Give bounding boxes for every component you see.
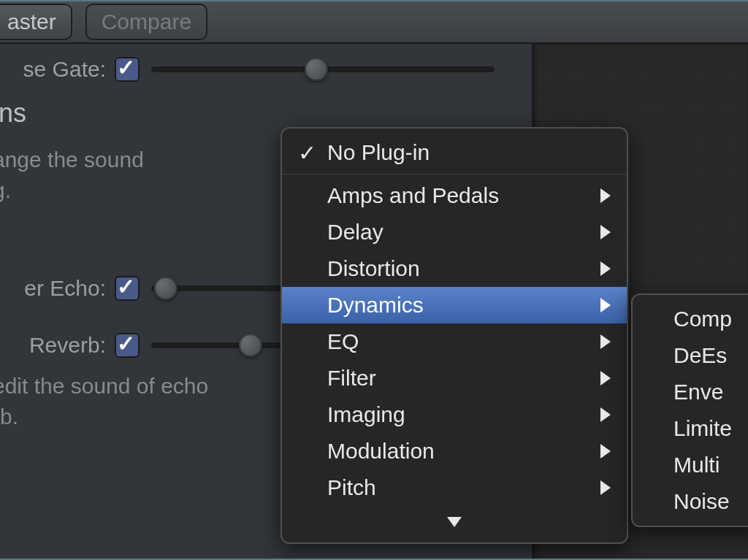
arrow-right-icon — [600, 334, 611, 349]
menu-item-eq[interactable]: EQ — [282, 323, 627, 360]
slider-thumb[interactable] — [154, 277, 178, 300]
menu-item-label: Amps and Pedals — [327, 183, 499, 208]
arrow-right-icon — [600, 298, 611, 312]
submenu-item-label: DeEs — [673, 343, 727, 368]
menu-item-imaging[interactable]: Imaging — [282, 396, 627, 433]
submenu-item[interactable]: Limite — [633, 410, 748, 447]
reverb-label: Reverb: — [0, 333, 106, 358]
submenu-item[interactable]: Noise — [633, 483, 748, 520]
menu-item-label: EQ — [327, 329, 359, 354]
menu-item-label: No Plug-in — [327, 140, 430, 165]
echo-checkbox[interactable] — [115, 276, 140, 301]
menu-item-no-plugin[interactable]: No Plug-in — [282, 134, 627, 174]
toolbar: aster Compare — [0, 1, 748, 44]
arrow-right-icon — [600, 261, 611, 276]
menu-item-filter[interactable]: Filter — [282, 360, 627, 396]
menu-item-modulation[interactable]: Modulation — [282, 433, 627, 469]
menu-item-label: Modulation — [327, 439, 435, 464]
echo-label: er Echo: — [0, 276, 106, 301]
menu-item-label: Imaging — [327, 402, 405, 427]
submenu-item-label: Enve — [673, 380, 723, 404]
slider-thumb[interactable] — [305, 58, 328, 81]
section-title: ins — [0, 98, 748, 129]
submenu-item-label: Multi — [673, 453, 720, 477]
submenu-item-label: Noise — [673, 489, 730, 514]
menu-item-label: Distortion — [327, 256, 420, 281]
submenu-item[interactable]: Multi — [633, 447, 748, 483]
submenu-item-label: Comp — [673, 307, 732, 331]
arrow-right-icon — [600, 371, 611, 386]
menu-item-distortion[interactable]: Distortion — [282, 250, 627, 287]
noise-gate-checkbox[interactable] — [115, 57, 140, 82]
submenu-item[interactable]: Enve — [633, 374, 748, 410]
noise-gate-label: se Gate: — [0, 57, 106, 82]
desc-line: ange the sound — [0, 147, 144, 172]
menu-item-amps-and-pedals[interactable]: Amps and Pedals — [282, 177, 627, 214]
menu-item-label: Pitch — [327, 475, 376, 500]
arrow-right-icon — [600, 480, 611, 495]
submenu-item-label: Limite — [673, 416, 732, 441]
menu-item-dynamics[interactable]: Dynamics — [282, 287, 627, 323]
arrow-right-icon — [600, 188, 611, 203]
desc-line: edit the sound of echo — [0, 374, 208, 398]
desc-line: rb. — [0, 404, 18, 429]
menu-item-pitch[interactable]: Pitch — [282, 469, 627, 506]
submenu-item[interactable]: DeEs — [633, 337, 748, 374]
menu-item-label: Delay — [327, 220, 383, 245]
arrow-right-icon — [600, 407, 611, 422]
submenu-item[interactable]: Comp — [633, 301, 748, 337]
menu-scroll-down[interactable] — [282, 506, 627, 537]
noise-gate-slider[interactable] — [151, 66, 495, 72]
arrow-right-icon — [600, 225, 611, 239]
compare-button[interactable]: Compare — [85, 4, 207, 40]
menu-item-label: Dynamics — [327, 293, 424, 318]
arrow-right-icon — [600, 444, 611, 459]
master-button[interactable]: aster — [0, 4, 72, 40]
plugin-menu[interactable]: No Plug-in Amps and PedalsDelayDistortio… — [280, 127, 628, 544]
slider-thumb[interactable] — [239, 334, 262, 357]
menu-item-delay[interactable]: Delay — [282, 214, 627, 250]
noise-gate-row: se Gate: — [0, 57, 748, 82]
reverb-checkbox[interactable] — [115, 333, 140, 358]
arrow-down-icon — [447, 517, 462, 527]
desc-line: g. — [0, 178, 11, 202]
menu-item-label: Filter — [327, 366, 376, 391]
plugin-submenu[interactable]: CompDeEsEnveLimiteMultiNoise — [631, 294, 748, 527]
